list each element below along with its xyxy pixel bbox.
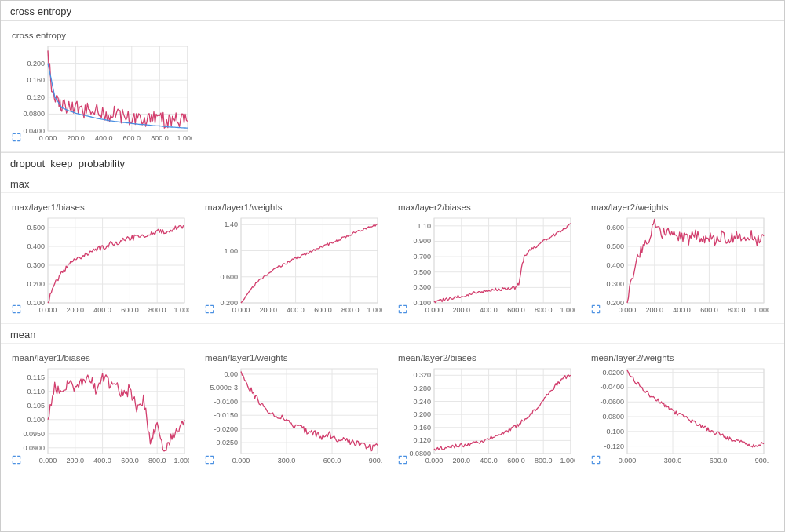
svg-text:0.400: 0.400 <box>27 242 45 250</box>
svg-text:0.100: 0.100 <box>27 416 45 424</box>
svg-text:0.600: 0.600 <box>606 224 624 231</box>
chart-title: mean/layer1/biases <box>12 353 194 363</box>
svg-text:200.0: 200.0 <box>67 134 85 142</box>
dashboard-root: cross entropy cross entropy 0.04000.0800… <box>0 0 785 532</box>
svg-text:0.105: 0.105 <box>27 402 45 410</box>
svg-text:800.0: 800.0 <box>535 306 553 314</box>
section-header-mean[interactable]: mean <box>1 324 784 344</box>
card-max-layer2-weights: max/layer2/weights 0.2000.3000.4000.5000… <box>586 199 776 319</box>
chart-mean-l1-w: -0.0250-0.0200-0.0150-0.0100-5.000e-30.0… <box>203 366 382 468</box>
expand-icon <box>204 454 215 465</box>
section-title: dropout_keep_probability <box>10 158 125 169</box>
svg-rect-91 <box>434 218 571 303</box>
svg-text:200.0: 200.0 <box>646 306 664 314</box>
chart-wrap: -0.0250-0.0200-0.0150-0.0100-5.000e-30.0… <box>203 366 387 468</box>
chart-title: max/layer1/biases <box>12 202 194 212</box>
svg-text:0.300: 0.300 <box>606 280 624 288</box>
section-header-cross-entropy[interactable]: cross entropy <box>1 1 784 21</box>
expand-chart-button[interactable] <box>10 303 23 315</box>
chart-mean-l2-w: -0.120-0.100-0.0800-0.0600-0.0400-0.0200… <box>590 366 769 468</box>
chart-title: mean/layer1/weights <box>205 353 387 363</box>
svg-text:-0.0200: -0.0200 <box>600 369 624 377</box>
svg-text:0.200: 0.200 <box>413 410 431 418</box>
expand-chart-button[interactable] <box>590 454 602 466</box>
svg-text:200.0: 200.0 <box>453 306 471 314</box>
svg-text:0.500: 0.500 <box>606 242 624 250</box>
svg-text:800.0: 800.0 <box>728 306 746 314</box>
svg-text:600.0: 600.0 <box>121 457 139 465</box>
svg-text:800.0: 800.0 <box>535 457 553 465</box>
svg-text:0.300: 0.300 <box>413 283 431 291</box>
svg-text:0.000: 0.000 <box>39 134 57 142</box>
expand-chart-button[interactable] <box>10 454 23 466</box>
svg-text:0.200: 0.200 <box>27 60 45 67</box>
expand-chart-button[interactable] <box>396 454 409 466</box>
svg-text:400.0: 400.0 <box>93 457 111 465</box>
svg-text:-0.0150: -0.0150 <box>214 411 238 419</box>
expand-chart-button[interactable] <box>396 303 409 315</box>
chart-mean-l1-b: 0.09000.09500.1000.1050.1100.1150.000200… <box>10 366 189 468</box>
row-max: max/layer1/biases 0.1000.2000.3000.4000.… <box>1 193 784 324</box>
svg-text:0.110: 0.110 <box>27 388 45 395</box>
chart-max-l2-w: 0.2000.3000.4000.5000.6000.000200.0400.0… <box>590 215 769 317</box>
chart-title: max/layer2/biases <box>398 202 580 212</box>
svg-text:1.000k: 1.000k <box>173 306 189 314</box>
svg-text:-5.000e-3: -5.000e-3 <box>207 384 238 392</box>
chart-cross-entropy: 0.04000.08000.1200.1600.2000.000200.0400… <box>10 43 192 145</box>
chart-title: max/layer2/weights <box>591 202 773 212</box>
card-mean-layer2-weights: mean/layer2/weights -0.120-0.100-0.0800-… <box>586 350 776 469</box>
chart-max-l1-w: 0.2000.6001.001.400.000200.0400.0600.080… <box>203 215 382 317</box>
expand-chart-button[interactable] <box>10 131 23 144</box>
svg-text:200.0: 200.0 <box>67 306 85 314</box>
svg-text:0.000: 0.000 <box>39 306 57 314</box>
svg-text:-0.0250: -0.0250 <box>214 439 238 446</box>
svg-rect-208 <box>627 369 764 454</box>
svg-text:1.000k: 1.000k <box>560 306 575 314</box>
svg-text:0.000: 0.000 <box>232 457 250 465</box>
svg-text:-0.0600: -0.0600 <box>600 398 624 406</box>
svg-text:600.0: 600.0 <box>123 134 141 142</box>
svg-text:0.00: 0.00 <box>224 370 238 378</box>
svg-text:600.0: 600.0 <box>314 306 332 314</box>
svg-text:0.500: 0.500 <box>27 224 45 231</box>
svg-text:400.0: 400.0 <box>93 306 111 314</box>
svg-text:-0.120: -0.120 <box>604 443 624 450</box>
svg-text:900.0: 900.0 <box>369 457 382 465</box>
svg-text:-0.0200: -0.0200 <box>214 425 238 433</box>
section-header-max[interactable]: max <box>1 173 784 193</box>
svg-text:600.0: 600.0 <box>507 306 525 314</box>
svg-text:0.400: 0.400 <box>606 261 624 269</box>
svg-text:800.0: 800.0 <box>148 457 166 465</box>
svg-text:300.0: 300.0 <box>278 457 296 465</box>
svg-text:900.0: 900.0 <box>755 457 769 465</box>
svg-text:800.0: 800.0 <box>148 306 166 314</box>
chart-title: mean/layer2/biases <box>398 353 580 363</box>
chart-mean-l2-b: 0.08000.1200.1600.2000.2400.2800.3200.00… <box>396 366 575 468</box>
svg-text:-0.0400: -0.0400 <box>600 383 624 391</box>
svg-text:0.115: 0.115 <box>27 373 45 381</box>
svg-text:0.300: 0.300 <box>27 261 45 269</box>
expand-icon <box>590 304 601 315</box>
svg-text:0.280: 0.280 <box>413 384 431 392</box>
svg-text:600.0: 600.0 <box>507 457 525 465</box>
section-header-dropout[interactable]: dropout_keep_probability <box>1 152 784 173</box>
svg-text:600.0: 600.0 <box>710 457 728 465</box>
card-max-layer1-weights: max/layer1/weights 0.2000.6001.001.400.0… <box>200 199 390 319</box>
expand-chart-button[interactable] <box>203 454 216 466</box>
row-mean: mean/layer1/biases 0.09000.09500.1000.10… <box>1 344 784 474</box>
expand-icon <box>397 454 408 465</box>
expand-chart-button[interactable] <box>203 303 216 315</box>
svg-text:600.0: 600.0 <box>700 306 718 314</box>
svg-text:0.700: 0.700 <box>413 253 431 261</box>
card-max-layer1-biases: max/layer1/biases 0.1000.2000.3000.4000.… <box>7 199 197 319</box>
svg-text:800.0: 800.0 <box>151 134 169 142</box>
svg-text:0.160: 0.160 <box>413 424 431 432</box>
svg-text:200.0: 200.0 <box>453 457 471 465</box>
svg-text:-0.0800: -0.0800 <box>600 413 624 421</box>
expand-icon <box>11 454 22 465</box>
expand-chart-button[interactable] <box>590 303 602 315</box>
svg-rect-45 <box>48 218 184 303</box>
card-mean-layer1-biases: mean/layer1/biases 0.09000.09500.1000.10… <box>7 350 197 469</box>
chart-title: cross entropy <box>12 31 199 40</box>
svg-text:0.500: 0.500 <box>413 268 431 276</box>
